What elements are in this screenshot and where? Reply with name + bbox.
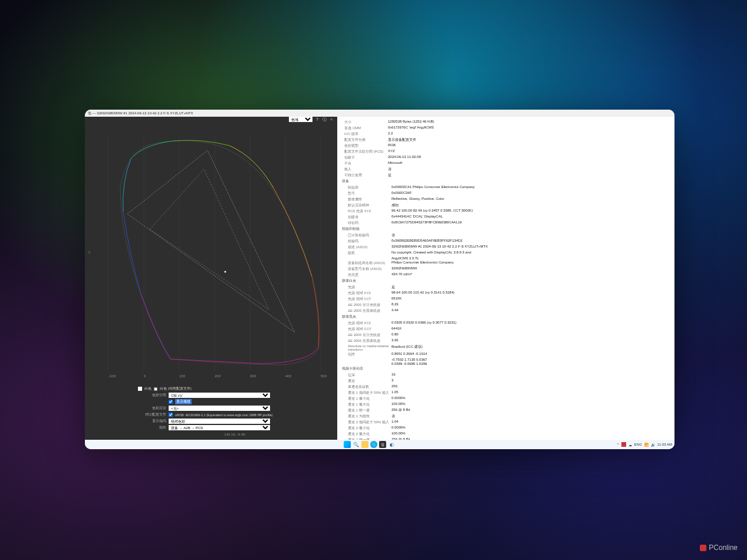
- lang-indicator[interactable]: ENG: [634, 443, 642, 446]
- content: 色域 ? ⓘ ≡ -100 0 100 200 300: [85, 117, 674, 440]
- info-row: 创建于2024-06-13 11:02:08: [342, 154, 670, 160]
- edge-icon[interactable]: [370, 441, 377, 448]
- window-title: 览 — 32M2N6800MW #1 2024-06-13 10-42 2.2 …: [88, 111, 193, 116]
- mode-select[interactable]: 色域: [289, 117, 312, 122]
- info-key: 色彩模型: [344, 143, 388, 149]
- search-icon[interactable]: 🔍: [353, 441, 360, 448]
- info-key: 首选 CMM: [344, 126, 388, 131]
- white-swatch: [138, 387, 142, 391]
- info-value: Bradford (ICC 建议): [391, 344, 670, 351]
- info-row: ΔE 2000 至日光轨迹8.29: [342, 302, 670, 308]
- info-value: 0.0305 0.0320 0.0366 (xy 0.3077 0.3231): [391, 321, 670, 326]
- direction-select[interactable]: 设备 → A2B → PCS: [169, 425, 270, 430]
- info-key: 通道 1 最大化: [344, 402, 391, 407]
- info-row: 光源·相对 CCT6510K: [342, 296, 670, 302]
- info-value: ArgyllCMS 2.0.Tc: [391, 256, 670, 260]
- info-value: 16: [391, 373, 670, 378]
- info-row: 配置文件分类显示设备配置文件: [342, 137, 670, 143]
- info-key: 通道 2 最小化: [344, 426, 391, 431]
- info-value: 否: [391, 414, 670, 419]
- info-row: 特征码0x8C9A7275D945273F8FC8960389C4A119: [342, 220, 670, 226]
- color-rendering-select[interactable]: <无>: [169, 406, 270, 411]
- info-value: 0x8C9A7275D945273F8FC8960389C4A119: [391, 220, 670, 226]
- info-row: 通道 1 最大化100.00%: [342, 401, 670, 407]
- info-row: 0.0389 -0.0685 1.0296: [342, 361, 670, 365]
- steam-icon[interactable]: ◐: [388, 441, 395, 448]
- chromaticity-chart[interactable]: -100 0 100 200 300 400 500 y: [85, 122, 337, 384]
- explorer-icon[interactable]: [361, 441, 368, 448]
- info-key: 型号: [344, 191, 391, 196]
- info-key: 配置文件关联空间 (PCS): [344, 149, 388, 154]
- titlebar: 览 — 32M2N6800MW #1 2024-06-13 10-42 2.2 …: [85, 110, 674, 117]
- info-row: 默认渲染精神感知: [342, 202, 670, 208]
- compare-profile-checkbox[interactable]: [169, 413, 173, 417]
- app-window: 览 — 32M2N6800MW #1 2024-06-13 10-42 2.2 …: [85, 110, 674, 449]
- taskbar-center: 🔍 S ◐: [344, 441, 395, 448]
- info-key: 版权: [344, 251, 391, 256]
- info-value: 32M2N6800MW #1 2024-06-13 10-42 2.2 F-S …: [391, 245, 670, 250]
- info-icon[interactable]: ⓘ: [322, 117, 327, 122]
- info-value: 1.04: [391, 420, 670, 425]
- info-row: ArgyllCMS 2.0.Tc: [342, 256, 670, 260]
- info-value: 0x360862E8EB0D5460AF9EB3FF62F134D2: [391, 239, 670, 244]
- svg-text:-100: -100: [108, 374, 116, 378]
- info-value: 显示设备配置文件: [388, 137, 670, 143]
- info-value: 感知: [391, 203, 670, 208]
- menu-icon[interactable]: ≡: [329, 117, 334, 122]
- info-row: ΔE 2000 至黑体轨迹3.95: [342, 338, 670, 344]
- info-row: PCS 光源 XYZ96.42 100.00 82.49 (xy 0.3457 …: [342, 208, 670, 214]
- color-rendering-label: 色彩渲染: [138, 406, 166, 411]
- info-value: 100.00%: [391, 402, 670, 407]
- info-value: Philips Consumer Electronics Company: [391, 261, 670, 266]
- info-row: 通道 1 最小化0.0000%: [342, 396, 670, 401]
- info-key: 矩阵: [344, 352, 391, 357]
- svg-text:300: 300: [250, 374, 256, 378]
- checksum-header: 校验和校验: [342, 226, 670, 232]
- info-row: 创建者0x4443414C 'DCAL' DisplayCAL: [342, 214, 670, 220]
- start-button[interactable]: [344, 441, 351, 448]
- svg-text:y: y: [88, 250, 90, 253]
- info-row: -0.7502 1.7135 0.0367: [342, 357, 670, 361]
- svg-text:0: 0: [144, 374, 146, 378]
- info-key: 通道 1 唯一值: [344, 408, 391, 413]
- vcgt-header: 视频卡驱动表: [342, 365, 670, 372]
- tray-app-icon[interactable]: [621, 442, 626, 447]
- info-value: 0x00000C41 Philips Consumer Electronics …: [391, 185, 670, 190]
- info-row: 首选 CMM0x6172676C 'argl' ArgyllCMS: [342, 125, 670, 131]
- tray-chevron-icon[interactable]: ^: [617, 443, 619, 446]
- display-gamma-select[interactable]: 绝对色彩: [169, 419, 270, 424]
- help-icon[interactable]: ?: [315, 117, 320, 122]
- info-row: 媒体属性Reflective, Glossy, Positive, Color: [342, 196, 670, 202]
- volume-icon[interactable]: 🔊: [651, 443, 655, 447]
- colorspace-select[interactable]: CIE x'y': [169, 393, 270, 398]
- info-value: 32M2N6800MW: [391, 266, 670, 272]
- info-value: 8.29: [391, 302, 670, 308]
- tray-onedrive-icon[interactable]: ☁: [628, 443, 632, 447]
- info-key: 通道 1 最小化: [344, 396, 391, 401]
- app-s-icon[interactable]: S: [379, 441, 386, 448]
- info-key: 创建者: [344, 215, 391, 220]
- info-value: 1.05: [391, 390, 670, 396]
- info-value: 2.2: [388, 131, 670, 137]
- info-row: 设备型号名称 (ASCII)32M2N6800MW: [342, 266, 670, 272]
- clock[interactable]: 11:03 AM: [657, 443, 672, 446]
- info-key: 已计算校验码: [344, 233, 391, 238]
- info-value: 6510K: [391, 297, 670, 302]
- system-tray[interactable]: ^ ☁ ENG 📶 🔊 11:03 AM: [617, 442, 672, 447]
- svg-point-15: [225, 271, 226, 273]
- info-row: 通道 1 伽玛处于 50% 输入1.05: [342, 390, 670, 396]
- device-header: 设备: [342, 178, 670, 185]
- wifi-icon[interactable]: 📶: [644, 443, 649, 447]
- show-scale-label: 显示规模: [175, 399, 192, 404]
- info-value: 否: [391, 233, 670, 238]
- info-row: 型号0x0000C34F: [342, 190, 670, 196]
- info-row: 平台Microsoft: [342, 160, 670, 166]
- info-key: Absolute to media-relative transform: [344, 344, 391, 351]
- taskbar[interactable]: 🔍 S ◐ ^ ☁ ENG 📶 🔊 11:03 AM: [85, 440, 674, 449]
- info-value: 434.70 cd/m²: [391, 272, 670, 278]
- info-row: 嵌入否: [342, 166, 670, 172]
- info-value: 3: [391, 378, 670, 384]
- info-row: 光源是: [342, 284, 670, 290]
- info-panel[interactable]: 大小1282528 Bytes (1252.46 KiB)首选 CMM0x617…: [337, 117, 674, 440]
- show-scale-checkbox[interactable]: [169, 400, 173, 404]
